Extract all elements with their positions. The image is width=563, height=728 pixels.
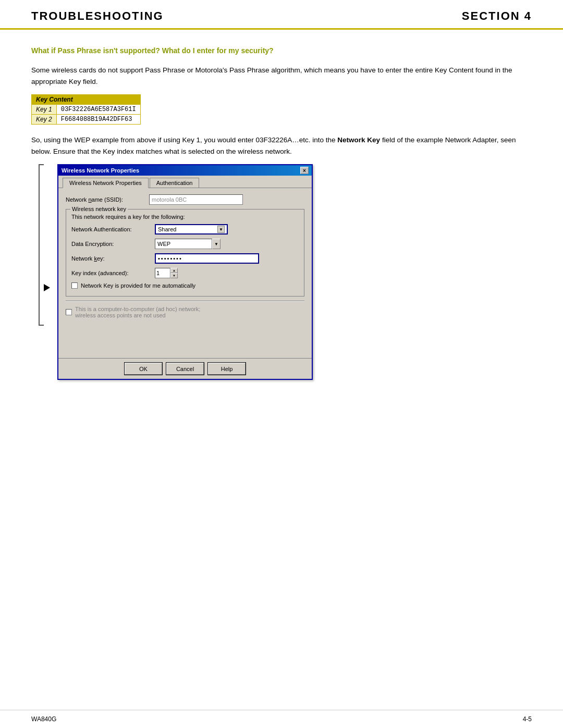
auto-key-row: Network Key is provided for me automatic… <box>71 282 299 289</box>
spinbox-buttons[interactable]: ▲ ▼ <box>170 268 178 278</box>
network-key-row: Network key: <box>71 253 299 264</box>
main-content: What if Pass Phrase isn't supported? Wha… <box>0 30 563 710</box>
key2-label: Key 2 <box>32 115 57 125</box>
group-description: This network requires a key for the foll… <box>71 214 299 220</box>
adhoc-text: This is a computer-to-computer (ad hoc) … <box>75 306 200 318</box>
help-button[interactable]: Help <box>208 363 246 375</box>
dialog-footer: OK Cancel Help <box>58 358 312 379</box>
page-header: TROUBLESHOOTING SECTION 4 <box>0 0 563 30</box>
spinbox-down-btn[interactable]: ▼ <box>170 273 178 278</box>
encryption-select-wrapper[interactable]: WEP ▼ <box>155 239 221 249</box>
key2-value: F6684088B19A42DFF63 <box>56 115 140 125</box>
network-name-input[interactable] <box>149 194 243 205</box>
wireless-key-group: Wireless network key This network requir… <box>66 209 304 297</box>
bracket-line <box>39 164 44 326</box>
auth-selected-value: Shared <box>158 226 176 232</box>
dialog-close-button[interactable]: × <box>300 167 309 174</box>
auth-label: Network Authentication: <box>71 226 155 232</box>
auto-key-label: Network Key is provided for me automatic… <box>81 282 195 289</box>
dialog-titlebar: Wireless Network Properties × <box>58 165 312 176</box>
key-index-label: Key index (advanced): <box>71 270 155 276</box>
tab-wireless-properties[interactable]: Wireless Network Properties <box>63 178 149 188</box>
dialog-tabs: Wireless Network Properties Authenticati… <box>58 176 312 188</box>
body-paragraph-1: Some wireless cards do not support Pass … <box>31 65 532 87</box>
network-name-label: Network name (SSID): <box>66 196 149 203</box>
arrow-indicator <box>44 284 50 291</box>
key-index-row: Key index (advanced): ▲ ▼ <box>71 268 299 278</box>
encryption-dropdown-btn[interactable]: ▼ <box>212 239 221 249</box>
header-section: SECTION 4 <box>462 9 532 23</box>
section-question: What if Pass Phrase isn't supported? Wha… <box>31 45 532 56</box>
ok-button[interactable]: OK <box>125 363 162 375</box>
table-row: Key 1 03F32226A6E587A3F61I <box>32 105 141 115</box>
group-legend: Wireless network key <box>70 206 128 212</box>
encryption-select[interactable]: WEP <box>155 239 212 249</box>
key-table-header: Key Content <box>32 95 141 105</box>
auth-select-wrapper[interactable]: Shared ▼ <box>155 224 228 235</box>
page-footer: WA840G 4-5 <box>0 710 563 728</box>
right-arrow-icon <box>44 284 50 291</box>
auto-key-checkbox[interactable] <box>71 282 78 289</box>
auth-row: Network Authentication: Shared ▼ <box>71 224 299 235</box>
auth-dropdown-arrow[interactable]: ▼ <box>217 226 225 233</box>
key1-label: Key 1 <box>32 105 57 115</box>
wireless-network-dialog: Wireless Network Properties × Wireless N… <box>57 164 313 380</box>
key1-value: 03F32226A6E587A3F61I <box>56 105 140 115</box>
key-content-table: Key Content Key 1 03F32226A6E587A3F61I K… <box>31 94 141 125</box>
encryption-selected-value: WEP <box>157 241 170 247</box>
body-paragraph-2: So, using the WEP example from above if … <box>31 134 532 157</box>
dialog-spacer <box>66 320 304 352</box>
spinbox-up-btn[interactable]: ▲ <box>170 268 178 273</box>
key-index-input[interactable] <box>155 268 170 278</box>
dialog-separator <box>66 301 304 302</box>
cancel-button[interactable]: Cancel <box>166 363 204 375</box>
encryption-label: Data Encryption: <box>71 241 155 247</box>
tab-authentication[interactable]: Authentication <box>150 178 200 188</box>
footer-page: 4-5 <box>523 715 532 723</box>
encryption-row: Data Encryption: WEP ▼ <box>71 239 299 249</box>
table-row: Key 2 F6684088B19A42DFF63 <box>32 115 141 125</box>
footer-model: WA840G <box>31 715 56 723</box>
dialog-title: Wireless Network Properties <box>62 167 139 174</box>
key-index-spinbox[interactable]: ▲ ▼ <box>155 268 178 278</box>
adhoc-row: This is a computer-to-computer (ad hoc) … <box>66 306 304 318</box>
network-key-label: Network key: <box>71 255 155 262</box>
diagram-area: Wireless Network Properties × Wireless N… <box>31 164 532 380</box>
network-key-input[interactable] <box>155 253 259 264</box>
dialog-body: Network name (SSID): Wireless network ke… <box>58 188 312 358</box>
header-title: TROUBLESHOOTING <box>31 9 164 23</box>
network-name-row: Network name (SSID): <box>66 194 304 205</box>
adhoc-label-line2: wireless access points are not used <box>75 312 166 318</box>
adhoc-checkbox[interactable] <box>66 309 72 315</box>
auth-select[interactable]: Shared ▼ <box>155 224 228 235</box>
adhoc-label-line1: This is a computer-to-computer (ad hoc) … <box>75 306 200 312</box>
